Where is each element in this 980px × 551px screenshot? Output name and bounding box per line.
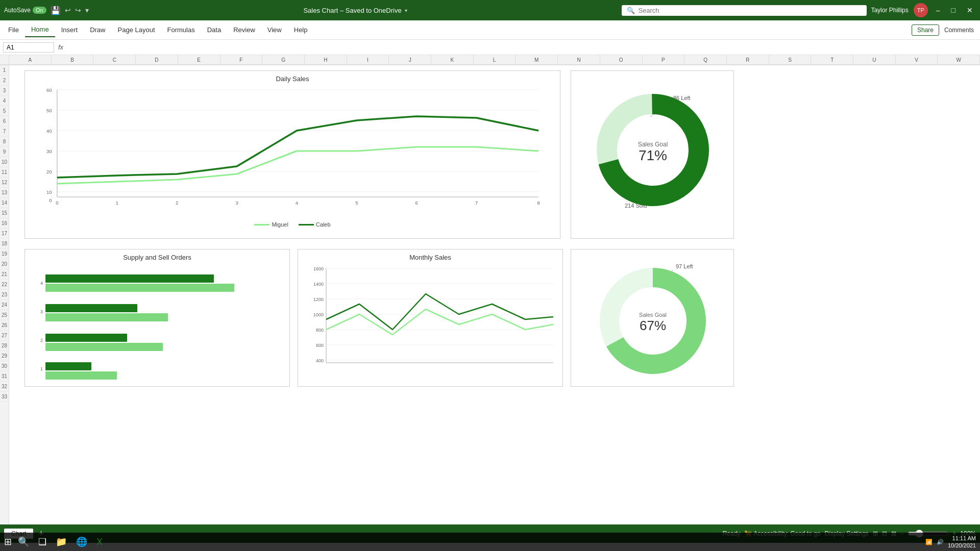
row-29[interactable]: 29 [0,351,9,361]
tab-view[interactable]: View [261,23,288,37]
row-5[interactable]: 5 [0,106,9,116]
svg-text:5: 5 [355,201,358,206]
undo-icon[interactable]: ↩ [65,6,71,14]
row-27[interactable]: 27 [0,331,9,341]
col-V[interactable]: V [896,55,938,65]
ribbon-right: Share Comments [912,24,978,36]
row-32[interactable]: 32 [0,382,9,392]
taskbar-search-icon[interactable]: 🔍 [15,534,32,549]
row-24[interactable]: 24 [0,300,9,310]
daily-sales-chart[interactable]: Daily Sales 60 50 40 30 [24,70,560,239]
row-numbers: 1 2 3 4 5 6 7 8 9 10 11 12 13 14 15 16 1… [0,65,9,524]
row-17[interactable]: 17 [0,229,9,239]
col-P[interactable]: P [643,55,685,65]
daily-sales-svg: 60 50 40 30 20 10 0 0 1 2 3 4 5 6 7 8 [25,85,560,217]
row-1[interactable]: 1 [0,65,9,76]
autosave-label: AutoSave [4,7,31,14]
row-12[interactable]: 12 [0,178,9,188]
col-G[interactable]: G [262,55,305,65]
col-D[interactable]: D [136,55,178,65]
supply-chart[interactable]: Supply and Sell Orders 4 3 2 1 [24,249,290,387]
row-20[interactable]: 20 [0,259,9,269]
column-headers: A B C D E F G H I J K L M N O P Q R S T … [0,55,980,65]
tab-review[interactable]: Review [227,23,261,37]
col-Q[interactable]: Q [684,55,727,65]
monthly-sales-chart[interactable]: Monthly Sales 1600 1400 1200 1000 800 [298,249,563,387]
tab-formulas[interactable]: Formulas [161,23,201,37]
donut-chart-2[interactable]: 97 Left Sales Goal 67% [571,249,734,387]
row-6[interactable]: 6 [0,116,9,127]
row-11[interactable]: 11 [0,167,9,178]
col-B[interactable]: B [52,55,94,65]
row-15[interactable]: 15 [0,208,9,218]
dropdown-icon[interactable]: ▾ [85,6,89,14]
row-3[interactable]: 3 [0,86,9,96]
corner-cell [0,55,9,65]
taskbar-excel-icon[interactable]: X [93,535,106,549]
monthly-sales-svg: 1600 1400 1200 1000 800 600 400 [298,263,563,381]
row-18[interactable]: 18 [0,239,9,249]
start-button[interactable]: ⊞ [4,536,12,547]
comments-button[interactable]: Comments [944,27,974,34]
col-C[interactable]: C [93,55,136,65]
col-A[interactable]: A [9,55,52,65]
taskbar-edge-icon[interactable]: 🌐 [73,534,90,549]
tab-pagelayout[interactable]: Page Layout [112,23,161,37]
col-H[interactable]: H [305,55,347,65]
col-I[interactable]: I [347,55,389,65]
donut-chart-1[interactable]: 86 Left 214 Sold Sales Goal 71% [571,70,734,239]
row-2[interactable]: 2 [0,76,9,86]
taskbar-files-icon[interactable]: 📁 [53,534,70,549]
formula-input[interactable] [67,44,977,51]
row-26[interactable]: 26 [0,320,9,331]
row-4[interactable]: 4 [0,96,9,106]
share-button[interactable]: Share [912,24,939,36]
row-22[interactable]: 22 [0,280,9,290]
col-U[interactable]: U [853,55,896,65]
tab-insert[interactable]: Insert [55,23,84,37]
col-T[interactable]: T [811,55,853,65]
row-28[interactable]: 28 [0,341,9,351]
col-W[interactable]: W [938,55,980,65]
row-13[interactable]: 13 [0,188,9,198]
col-J[interactable]: J [389,55,431,65]
row-7[interactable]: 7 [0,127,9,137]
tab-file[interactable]: File [2,23,25,37]
search-bar[interactable]: 🔍 [622,5,867,16]
row-33[interactable]: 33 [0,392,9,402]
row-23[interactable]: 23 [0,290,9,300]
search-input[interactable] [638,7,862,14]
taskbar-taskview-icon[interactable]: ❑ [35,534,50,549]
name-box[interactable] [3,42,54,53]
row-14[interactable]: 14 [0,198,9,208]
col-F[interactable]: F [220,55,263,65]
col-R[interactable]: R [727,55,769,65]
col-S[interactable]: S [769,55,812,65]
row-10[interactable]: 10 [0,157,9,167]
close-button[interactable]: ✕ [964,6,976,14]
col-M[interactable]: M [516,55,558,65]
col-K[interactable]: K [431,55,474,65]
tab-draw[interactable]: Draw [84,23,111,37]
row-30[interactable]: 30 [0,361,9,371]
save-icon[interactable]: 💾 [51,6,61,15]
col-O[interactable]: O [600,55,643,65]
row-19[interactable]: 19 [0,249,9,259]
redo-icon[interactable]: ↪ [75,6,81,14]
row-8[interactable]: 8 [0,137,9,147]
row-9[interactable]: 9 [0,147,9,157]
col-N[interactable]: N [558,55,600,65]
col-L[interactable]: L [474,55,516,65]
tab-home[interactable]: Home [25,22,55,37]
maximize-button[interactable]: □ [948,6,959,14]
autosave-toggle[interactable]: On [33,7,46,14]
tab-help[interactable]: Help [288,23,314,37]
col-E[interactable]: E [178,55,220,65]
row-21[interactable]: 21 [0,269,9,280]
minimize-button[interactable]: – [933,6,943,14]
row-16[interactable]: 16 [0,218,9,229]
title-dropdown-icon[interactable]: ▾ [405,8,407,13]
tab-data[interactable]: Data [201,23,227,37]
row-25[interactable]: 25 [0,310,9,320]
row-31[interactable]: 31 [0,371,9,382]
